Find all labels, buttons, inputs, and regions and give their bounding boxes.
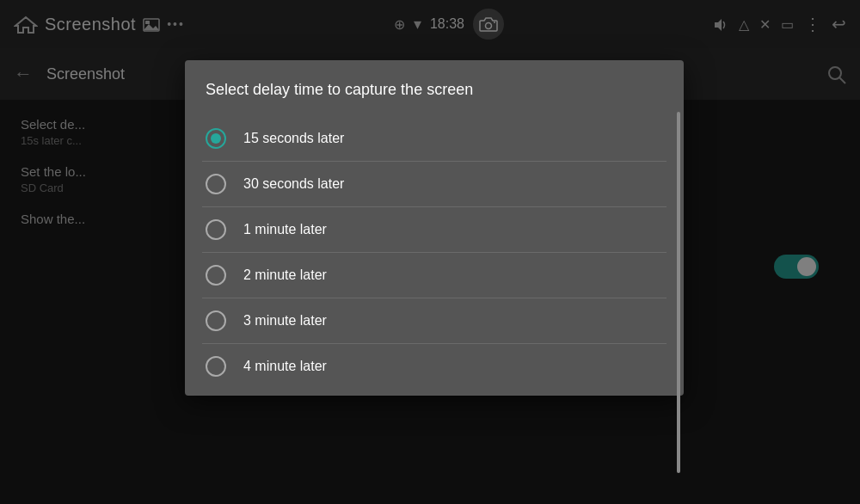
radio-label-1m: 1 minute later <box>243 222 327 237</box>
radio-item-30s[interactable]: 30 seconds later <box>206 162 663 206</box>
radio-circle-15s <box>206 128 226 149</box>
radio-label-2m: 2 minute later <box>243 267 327 283</box>
dialog: Select delay time to capture the screen … <box>185 60 684 396</box>
dialog-scrollbar[interactable] <box>677 112 680 473</box>
radio-label-30s: 30 seconds later <box>243 176 344 192</box>
radio-circle-4m <box>206 356 226 377</box>
radio-label-3m: 3 minute later <box>243 313 327 329</box>
radio-circle-1m <box>206 219 226 240</box>
radio-item-3m[interactable]: 3 minute later <box>206 298 663 343</box>
radio-label-4m: 4 minute later <box>243 359 327 374</box>
radio-label-15s: 15 seconds later <box>243 131 344 146</box>
dialog-title: Select delay time to capture the screen <box>206 81 663 99</box>
radio-circle-30s <box>206 174 226 194</box>
radio-item-4m[interactable]: 4 minute later <box>206 344 663 389</box>
radio-circle-2m <box>206 265 226 286</box>
radio-circle-3m <box>206 310 226 331</box>
radio-item-1m[interactable]: 1 minute later <box>206 207 663 252</box>
radio-item-2m[interactable]: 2 minute later <box>206 253 663 298</box>
radio-item-15s[interactable]: 15 seconds later <box>206 116 663 161</box>
